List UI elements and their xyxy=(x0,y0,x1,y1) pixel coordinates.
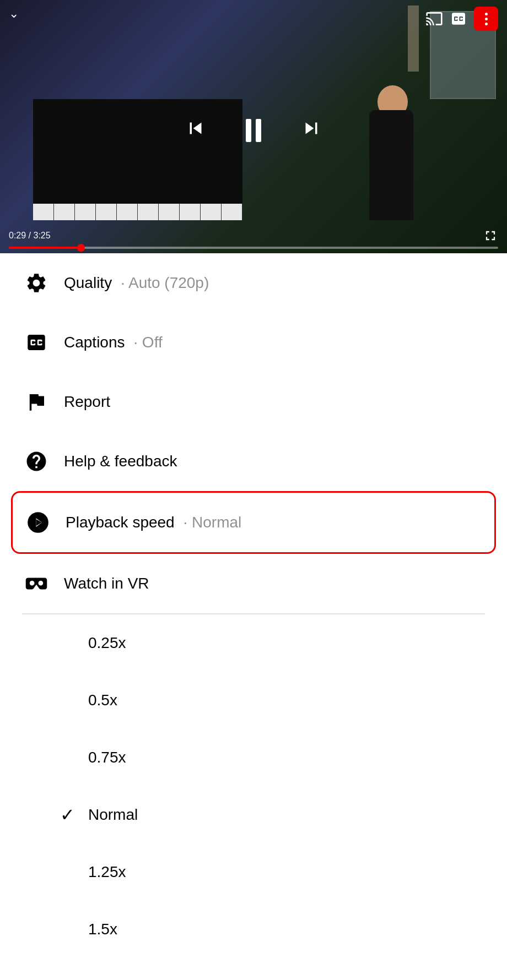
player-controls-overlay: ⌄ xyxy=(0,0,507,253)
speed-label-025: 0.25x xyxy=(88,634,126,652)
pause-button[interactable] xyxy=(246,119,261,142)
three-dots-icon xyxy=(485,13,488,25)
more-options-button[interactable] xyxy=(474,7,498,31)
total-time: 3:25 xyxy=(33,231,50,241)
speed-label-15: 1.5x xyxy=(88,921,117,938)
playback-speed-icon xyxy=(24,508,52,537)
speed-option-125[interactable]: ✓ 1.25x xyxy=(0,843,507,901)
help-icon xyxy=(22,447,51,476)
cc-top-icon xyxy=(450,7,467,30)
top-bar: ⌄ xyxy=(0,0,507,37)
captions-label: Captions · Off xyxy=(64,334,163,351)
speed-option-075[interactable]: ✓ 0.75x xyxy=(0,729,507,786)
bottom-bar: 0:29 / 3:25 xyxy=(0,224,507,253)
progress-bar[interactable] xyxy=(9,247,498,249)
time-separator: / xyxy=(26,231,33,241)
help-menu-item[interactable]: Help & feedback xyxy=(0,432,507,491)
report-label: Report xyxy=(64,393,110,411)
playback-speed-value: · Normal xyxy=(179,514,242,531)
speed-option-normal[interactable]: ✓ Normal xyxy=(0,786,507,843)
quality-label: Quality · Auto (720p) xyxy=(64,274,209,292)
playback-speed-label: Playback speed · Normal xyxy=(66,514,241,531)
report-icon xyxy=(22,388,51,416)
checkmark-normal: ✓ xyxy=(55,803,79,827)
cc-button[interactable] xyxy=(450,10,467,28)
speed-label-125: 1.25x xyxy=(88,863,126,881)
speed-label-05: 0.5x xyxy=(88,692,117,709)
report-menu-item[interactable]: Report xyxy=(0,372,507,432)
speed-option-175[interactable]: ✓ 1.75x xyxy=(0,958,507,980)
previous-button[interactable] xyxy=(184,117,207,145)
captions-icon xyxy=(22,328,51,357)
current-time: 0:29 xyxy=(9,231,26,241)
progress-fill xyxy=(9,247,80,249)
cast-button[interactable] xyxy=(425,10,443,28)
captions-value: · Off xyxy=(130,334,163,351)
speed-label-normal: Normal xyxy=(88,806,138,824)
vr-icon xyxy=(22,569,51,598)
speed-label-175: 1.75x xyxy=(88,978,126,980)
quality-menu-item[interactable]: Quality · Auto (720p) xyxy=(0,253,507,313)
playback-speed-menu-item[interactable]: Playback speed · Normal xyxy=(11,491,496,554)
speed-option-025[interactable]: ✓ 0.25x xyxy=(0,614,507,672)
time-display: 0:29 / 3:25 xyxy=(9,228,498,243)
chevron-down-icon[interactable]: ⌄ xyxy=(9,7,19,21)
center-controls xyxy=(0,117,507,145)
next-button[interactable] xyxy=(300,117,323,145)
video-player[interactable]: ⌄ xyxy=(0,0,507,253)
quality-icon xyxy=(22,269,51,297)
fullscreen-icon[interactable] xyxy=(483,228,498,243)
menu-list: Quality · Auto (720p) Captions · Off Rep… xyxy=(0,253,507,980)
speed-options-list: ✓ 0.25x ✓ 0.5x ✓ 0.75x ✓ Normal ✓ 1.25x … xyxy=(0,614,507,980)
progress-thumb xyxy=(77,244,85,252)
quality-value: · Auto (720p) xyxy=(116,274,209,291)
captions-menu-item[interactable]: Captions · Off xyxy=(0,313,507,372)
watch-vr-label: Watch in VR xyxy=(64,575,149,592)
speed-option-15[interactable]: ✓ 1.5x xyxy=(0,901,507,958)
watch-vr-menu-item[interactable]: Watch in VR xyxy=(0,554,507,613)
cast-icon xyxy=(425,7,443,30)
speed-label-075: 0.75x xyxy=(88,749,126,766)
top-right-controls xyxy=(425,7,498,31)
help-label: Help & feedback xyxy=(64,453,177,470)
speed-option-05[interactable]: ✓ 0.5x xyxy=(0,672,507,729)
